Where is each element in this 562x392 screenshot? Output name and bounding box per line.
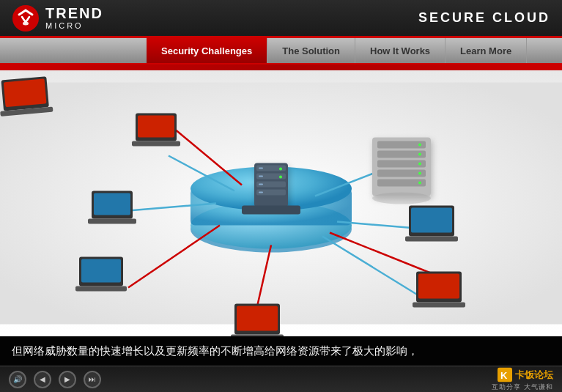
navigation-bar: Security Challenges The Solution How It … — [0, 38, 562, 64]
svg-rect-13 — [259, 176, 263, 177]
svg-point-1 — [23, 21, 29, 25]
tab-security-challenges[interactable]: Security Challenges — [147, 38, 267, 63]
trend-micro-logo-icon — [12, 4, 40, 32]
logo-area: TREND MICRO — [12, 4, 103, 32]
bottom-text-bar: 但网络威胁数量的快速增长以及更新频率的不断增高给网络资源带来了极大的影响， — [0, 336, 562, 366]
svg-rect-48 — [75, 286, 127, 292]
next-button[interactable]: ⏭ — [84, 371, 101, 388]
bottom-logo-sublabel: 互助分享 大气谦和 — [492, 382, 553, 391]
svg-point-17 — [279, 176, 282, 179]
svg-rect-60 — [413, 303, 465, 308]
svg-point-34 — [418, 144, 421, 147]
volume-icon: 🔊 — [13, 375, 22, 383]
bottom-logo-label: 卡饭论坛 — [515, 368, 553, 381]
tab-learn-more[interactable]: Learn More — [445, 38, 527, 63]
svg-text:K: K — [500, 369, 508, 380]
svg-rect-18 — [242, 206, 300, 215]
svg-rect-14 — [259, 184, 263, 185]
play-button[interactable]: ▶ — [59, 371, 76, 388]
logo-trend-label: TREND — [45, 5, 103, 21]
svg-rect-54 — [231, 335, 284, 337]
k-icon: K — [498, 367, 512, 382]
tab-how-it-works[interactable]: How It Works — [355, 38, 445, 63]
app: TREND MICRO SECURE CLOUD Security Challe… — [0, 0, 562, 392]
logo-micro-label: MICRO — [45, 21, 103, 30]
subtitle-text: 但网络威胁数量的快速增长以及更新频率的不断增高给网络资源带来了极大的影响， — [12, 344, 418, 358]
main-content — [0, 70, 562, 336]
svg-point-36 — [418, 163, 421, 166]
volume-button[interactable]: 🔊 — [9, 371, 26, 388]
prev-button[interactable]: ◀ — [34, 371, 51, 388]
svg-rect-56 — [411, 208, 452, 233]
svg-point-38 — [418, 182, 421, 185]
svg-rect-44 — [94, 193, 130, 215]
svg-rect-53 — [237, 306, 278, 331]
bottom-logo: K 卡饭论坛 互助分享 大气谦和 — [492, 367, 553, 391]
logo-text: TREND MICRO — [45, 5, 103, 30]
svg-rect-12 — [259, 168, 263, 169]
play-icon: ▶ — [64, 375, 70, 383]
page-title: SECURE CLOUD — [418, 10, 550, 26]
svg-point-16 — [279, 168, 282, 171]
svg-rect-15 — [259, 192, 263, 193]
prev-icon: ◀ — [40, 375, 45, 383]
network-diagram — [0, 70, 562, 336]
svg-rect-45 — [88, 219, 136, 224]
svg-rect-47 — [81, 259, 121, 283]
header: TREND MICRO SECURE CLOUD — [0, 0, 562, 38]
svg-rect-41 — [138, 116, 174, 138]
svg-point-37 — [418, 172, 421, 175]
next-icon: ⏭ — [89, 375, 96, 383]
svg-rect-42 — [132, 141, 180, 147]
svg-point-35 — [418, 153, 421, 156]
svg-rect-50 — [4, 78, 47, 107]
tab-the-solution[interactable]: The Solution — [267, 38, 355, 63]
svg-rect-59 — [418, 274, 459, 299]
laptop-top-left-upper — [132, 114, 180, 147]
accent-bar — [0, 64, 562, 70]
svg-rect-57 — [405, 237, 458, 242]
controls-bar: 🔊 ◀ ▶ ⏭ K 卡饭论坛 互助分享 大气谦和 — [0, 366, 562, 392]
svg-point-39 — [372, 193, 431, 204]
bottom-logo-top: K 卡饭论坛 — [498, 367, 553, 382]
